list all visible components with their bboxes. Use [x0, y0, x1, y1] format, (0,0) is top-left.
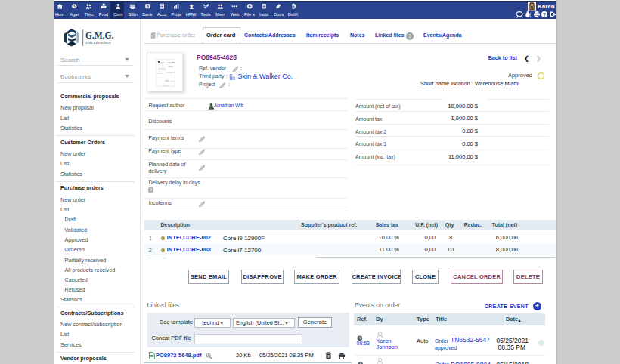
svg-text:?: ?	[543, 11, 546, 18]
svg-text:ENTERPRISES: ENTERPRISES	[86, 41, 112, 45]
svg-text:G.M.G.: G.M.G.	[85, 31, 113, 40]
